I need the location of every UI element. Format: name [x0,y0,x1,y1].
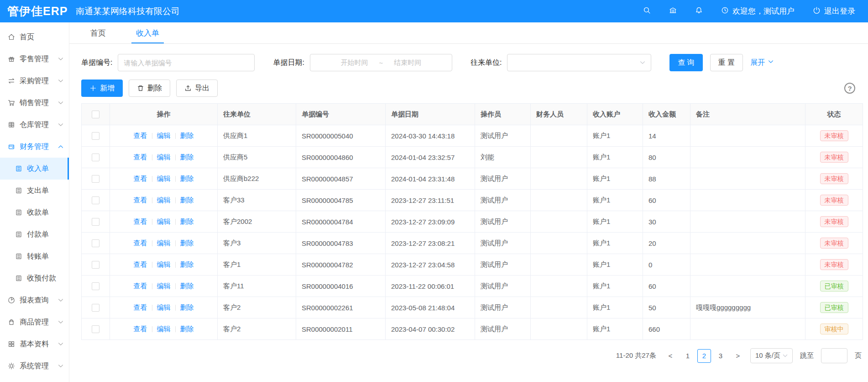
row-checkbox[interactable] [92,196,99,204]
row-checkbox[interactable] [92,132,99,140]
edit-link[interactable]: 编辑 [157,239,171,247]
sidebar-subitem-5[interactable]: 收预付款 [0,267,69,289]
search-icon[interactable] [643,6,651,16]
view-link[interactable]: 查看 [134,175,147,182]
table-row: 查看编辑删除客户2002SR000000047842023-12-27 23:0… [82,211,863,233]
sidebar-subitem-1[interactable]: 支出单 [0,180,69,202]
sidebar-subitem-3[interactable]: 付款单 [0,223,69,245]
edit-link[interactable]: 编辑 [157,218,171,225]
sidebar-item-2[interactable]: 采购管理 [0,70,69,92]
delete-link[interactable]: 删除 [180,260,194,268]
tab-0[interactable]: 首页 [86,22,110,43]
page-number-2[interactable]: 2 [697,349,711,363]
delete-link[interactable]: 删除 [180,282,194,290]
reset-button[interactable]: 重 置 [710,54,743,71]
sidebar-item-4[interactable]: 仓库管理 [0,114,69,136]
bell-icon[interactable] [695,6,703,16]
view-link[interactable]: 查看 [134,239,147,247]
edit-link[interactable]: 编辑 [157,153,171,161]
sidebar-subitem-2[interactable]: 收款单 [0,202,69,223]
page-number-1[interactable]: 1 [681,349,695,363]
partner-select[interactable] [507,54,651,71]
page-size-select[interactable]: 10 条/页 [750,348,793,363]
row-checkbox[interactable] [92,154,99,161]
prev-page-button[interactable]: < [664,349,677,363]
export-button[interactable]: 导出 [176,80,218,97]
delete-link[interactable]: 删除 [180,325,194,333]
sidebar-item-7[interactable]: 商品管理 [0,311,69,333]
purchase-icon [8,77,15,85]
sidebar-item-8[interactable]: 基本资料 [0,333,69,355]
row-checkbox[interactable] [92,218,99,226]
date-range-input[interactable]: 开始时间 ~ 结束时间 [310,54,452,71]
bill-no-input[interactable] [118,54,255,71]
cell-finance [531,297,587,318]
cell-operator: 测试用户 [475,211,531,233]
sidebar-item-5[interactable]: 财务管理 [0,136,69,158]
delete-link[interactable]: 删除 [180,196,194,204]
delete-link[interactable]: 删除 [180,175,194,182]
row-actions-cell: 查看编辑删除 [110,190,218,211]
add-button[interactable]: 新增 [81,80,123,97]
logout-button[interactable]: 退出登录 [813,6,855,16]
system-icon [8,362,15,370]
doc-icon [15,187,22,194]
sidebar-item-1[interactable]: 零售管理 [0,48,69,70]
view-link[interactable]: 查看 [134,282,147,290]
table-row: 查看编辑删除客户1SR000000047822023-12-27 23:04:5… [82,254,863,276]
welcome-user[interactable]: 欢迎您，测试用户 [721,6,795,16]
next-page-button[interactable]: > [731,349,745,363]
cell-bill-no: SR00000004016 [296,276,386,297]
view-link[interactable]: 查看 [134,153,147,161]
delete-link[interactable]: 删除 [180,153,194,161]
row-checkbox[interactable] [92,261,99,269]
view-link[interactable]: 查看 [134,325,147,333]
view-link[interactable]: 查看 [134,260,147,268]
doc-icon [15,165,22,172]
edit-link[interactable]: 编辑 [157,260,171,268]
column-header-6: 收入账户 [587,104,643,125]
sidebar-item-6[interactable]: 报表查询 [0,289,69,311]
sidebar-item-9[interactable]: 系统管理 [0,355,69,377]
topbar-actions: 欢迎您，测试用户 退出登录 [643,6,868,16]
sidebar-subitem-0[interactable]: 收入单 [0,158,69,180]
bank-icon[interactable] [669,6,677,16]
row-checkbox[interactable] [92,304,99,312]
delete-link[interactable]: 删除 [180,239,194,247]
row-checkbox[interactable] [92,282,99,290]
edit-link[interactable]: 编辑 [157,325,171,333]
search-button[interactable]: 查 询 [669,54,702,71]
delete-button[interactable]: 删除 [129,80,170,97]
edit-link[interactable]: 编辑 [157,132,171,139]
cell-operator: 测试用户 [475,297,531,318]
jump-page-input[interactable] [821,348,847,363]
row-checkbox[interactable] [92,325,99,333]
row-checkbox[interactable] [92,239,99,247]
row-actions-cell: 查看编辑删除 [110,233,218,254]
delete-link[interactable]: 删除 [180,218,194,225]
sidebar-item-0[interactable]: 首页 [0,26,69,48]
view-link[interactable]: 查看 [134,196,147,204]
export-button-label: 导出 [195,84,209,93]
bill-no-label: 单据编号: [81,58,112,68]
view-link[interactable]: 查看 [134,132,147,139]
help-icon[interactable]: ? [844,83,855,94]
tab-1[interactable]: 收入单 [131,22,164,43]
view-link[interactable]: 查看 [134,303,147,311]
edit-link[interactable]: 编辑 [157,282,171,290]
delete-link[interactable]: 删除 [180,132,194,139]
edit-link[interactable]: 编辑 [157,175,171,182]
sidebar-subitem-4[interactable]: 转账单 [0,245,69,267]
delete-link[interactable]: 删除 [180,303,194,311]
select-all-checkbox[interactable] [92,111,99,118]
sidebar-item-label: 仓库管理 [20,120,49,130]
page-number-3[interactable]: 3 [714,349,727,363]
row-checkbox[interactable] [92,175,99,183]
retail-icon [8,55,15,63]
basic-data-icon [8,340,15,348]
sidebar-item-3[interactable]: 销售管理 [0,92,69,114]
expand-link[interactable]: 展开 [750,58,774,68]
edit-link[interactable]: 编辑 [157,196,171,204]
view-link[interactable]: 查看 [134,218,147,225]
edit-link[interactable]: 编辑 [157,303,171,311]
